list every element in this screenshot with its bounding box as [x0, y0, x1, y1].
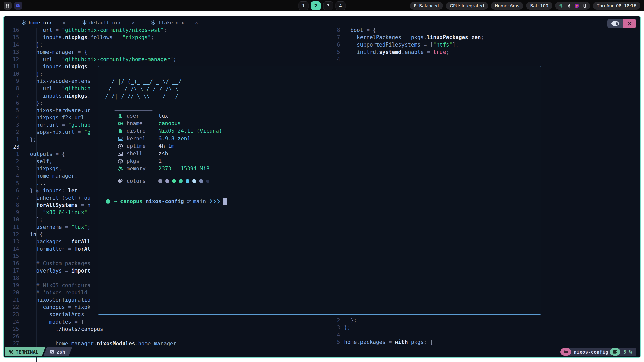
code-line[interactable]: 4	[333, 56, 484, 63]
fastfetch-label: kernel	[127, 135, 146, 142]
tab-close-icon[interactable]: ×	[132, 20, 135, 26]
code-line[interactable]: 12 url = "github:nix-community/home-mana…	[7, 56, 176, 63]
clock[interactable]: Thu Aug 08, 18:16	[593, 2, 640, 10]
right-code-pane-bottom[interactable]: 2 };3};45home.packages = with pkgs; [	[333, 317, 433, 346]
line-number: 4	[333, 331, 340, 339]
shell-prompt[interactable]: → canopus nixos-config main	[105, 198, 227, 205]
line-number: 17	[7, 267, 19, 275]
line-number: 5	[333, 339, 340, 346]
code-line[interactable]: 26	[7, 333, 176, 340]
line-number: 4	[7, 114, 19, 121]
workspace-button-2[interactable]: 2	[311, 1, 321, 10]
kernel-icon	[118, 136, 123, 141]
topbar-right-status: P: BalancedGPU: IntegratedHome: 6msBat: …	[410, 2, 640, 10]
tab-close-icon[interactable]: ×	[63, 20, 66, 26]
code-line[interactable]: 5home.packages = with pkgs; [	[333, 339, 433, 346]
topbar-left-apps: $N	[4, 2, 22, 10]
window-close-button[interactable]: ×	[623, 19, 636, 28]
line-number: 9	[7, 209, 19, 216]
status-pill-3[interactable]: Bat: 100	[526, 2, 552, 10]
line-number: 27	[7, 340, 19, 347]
line-number: 18	[7, 275, 19, 282]
code-line[interactable]: 5 initrd.systemd.enable = true;	[333, 49, 484, 56]
workspace-button-3[interactable]: 3	[323, 1, 333, 10]
right-code-pane-top[interactable]: 8 boot = {7 kernelPackages = pkgs.linuxP…	[333, 27, 484, 63]
line-number: 5	[7, 180, 19, 187]
line-number: 10	[7, 216, 19, 223]
line-number: 23	[7, 311, 19, 318]
nix-snowflake-icon	[82, 20, 87, 25]
code-line[interactable]: 27 home-manager.nixosModules.home-manage…	[7, 340, 176, 347]
fastfetch-value-uptime: 4h 1m	[158, 142, 222, 150]
line-number: 20	[7, 289, 19, 296]
nix-shell-button[interactable]: $N	[14, 2, 22, 10]
color-dot	[165, 179, 169, 183]
workspace-button-4[interactable]: 4	[336, 1, 346, 10]
fastfetch-label: hname	[127, 120, 142, 127]
code-line[interactable]: 3};	[333, 324, 433, 331]
app-grid-icon	[5, 3, 10, 8]
folder-badge	[560, 348, 571, 356]
code-line[interactable]: 25 ./hosts/canopus	[7, 326, 176, 333]
color-dot	[186, 179, 189, 183]
line-number: 12	[7, 231, 19, 238]
line-number: 7	[7, 92, 19, 100]
tab-flake.nix[interactable]: flake.nix×	[149, 18, 199, 27]
tab-home.nix[interactable]: home.nix×	[20, 18, 67, 27]
line-number: 19	[7, 282, 19, 289]
line-number: 16	[7, 27, 19, 34]
line-number: 24	[7, 318, 19, 326]
line-number: 14	[7, 245, 19, 253]
code-line[interactable]: 8 boot = {	[333, 27, 484, 34]
fastfetch-label: colors	[127, 177, 146, 185]
tab-label: flake.nix	[158, 20, 184, 25]
nix-shell-icon: $N	[16, 3, 20, 8]
code-line[interactable]: 15 inputs.nixpkgs.follows = "nixpkgs";	[7, 34, 176, 41]
line-number: 3	[7, 165, 19, 172]
code-line[interactable]: 4	[333, 331, 433, 339]
terminal-cursor	[223, 198, 227, 205]
prompt-chevron-icon	[217, 199, 220, 204]
fastfetch-label: uptime	[127, 143, 146, 150]
git-branch: main	[187, 198, 206, 205]
prompt-arrow: →	[114, 198, 117, 205]
fastfetch-row-user: user	[114, 112, 153, 120]
fastfetch-row-colors: colors	[114, 177, 153, 185]
toggle-button[interactable]	[607, 19, 623, 28]
tab-close-icon[interactable]: ×	[195, 20, 198, 26]
status-pill-2[interactable]: Home: 6ms	[491, 2, 524, 10]
scroll-badge	[610, 348, 620, 356]
line-number: 13	[7, 49, 19, 56]
line-number: 5	[333, 49, 340, 56]
workspace-button-1[interactable]: 1	[299, 1, 309, 10]
code-line[interactable]: 7 kernelPackages = pkgs.linuxPackages_ze…	[333, 34, 484, 41]
code-line[interactable]: 2 };	[333, 317, 433, 324]
line-number: 22	[7, 304, 19, 311]
app-grid-button[interactable]	[4, 2, 12, 10]
code-line[interactable]: 13 home-manager = {	[7, 49, 176, 56]
line-number: 6	[7, 100, 19, 107]
fastfetch-label: memory	[127, 165, 146, 172]
status-pill-1[interactable]: GPU: Integrated	[446, 2, 488, 10]
prompt-host: canopus	[120, 198, 143, 205]
system-tray[interactable]	[555, 2, 590, 10]
line-number: 11	[7, 223, 19, 231]
hostname-icon	[118, 121, 123, 126]
fastfetch-label: shell	[127, 150, 142, 157]
color-dot	[158, 179, 162, 183]
status-pill-0[interactable]: P: Balanced	[410, 2, 443, 10]
color-dot	[172, 179, 176, 183]
code-line[interactable]: 16 url = "github:nix-community/nixos-wsl…	[7, 27, 176, 34]
buffer-tab-bar: home.nix×default.nix×flake.nix×	[20, 18, 199, 27]
code-line[interactable]: 24 modules = [	[7, 318, 176, 326]
code-line[interactable]: 14 };	[7, 41, 176, 49]
tab-default.nix[interactable]: default.nix×	[80, 18, 136, 27]
fastfetch-label: distro	[127, 127, 146, 135]
memory-icon	[118, 166, 123, 171]
floating-terminal[interactable]: _ ___ ____ ____ / |/ (_)_ __/ _ \/ __/ /…	[98, 66, 541, 315]
folder-icon	[564, 350, 568, 354]
code-line[interactable]: 6 supportedFilesystems = ["ntfs"];	[333, 41, 484, 49]
fastfetch-row-distro: distro	[114, 127, 153, 135]
uptime-icon	[118, 144, 123, 149]
line-number: 11	[7, 63, 19, 70]
